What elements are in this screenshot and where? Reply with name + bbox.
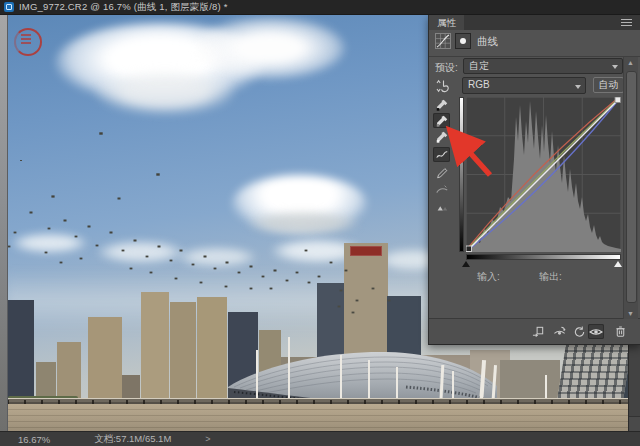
- input-gradient-bar: [466, 254, 621, 260]
- building: [170, 302, 196, 407]
- document-canvas[interactable]: 属性 曲线 预设: 自定: [0, 15, 640, 431]
- black-point-eyedropper[interactable]: [433, 97, 450, 112]
- panel-tab-bar: 属性: [429, 15, 640, 30]
- view-previous-state-icon[interactable]: [551, 324, 567, 339]
- status-expander-icon[interactable]: >: [205, 434, 210, 444]
- building: [197, 297, 227, 407]
- zoom-level-field[interactable]: 16.67%: [18, 434, 50, 445]
- shadow-input-slider[interactable]: [462, 261, 470, 267]
- targeted-adjustment-icon[interactable]: [433, 77, 451, 95]
- panel-scrollbar-thumb[interactable]: [626, 71, 637, 303]
- auto-button[interactable]: 自动: [593, 77, 624, 93]
- building: [88, 317, 122, 407]
- tab-properties-label: 属性: [437, 17, 456, 28]
- preset-label: 预设:: [435, 61, 458, 75]
- cloud: [248, 211, 358, 235]
- delete-trash-icon[interactable]: [612, 324, 628, 339]
- document-size-info: 文档:57.1M/65.1M: [94, 433, 171, 446]
- smooth-curve-tool[interactable]: [433, 182, 450, 197]
- photoshop-window: IMG_9772.CR2 @ 16.7% (曲线 1, 图层蒙版/8) *: [0, 0, 640, 446]
- building: [141, 292, 169, 407]
- cloud: [178, 247, 256, 267]
- red-annotation-arrow: [438, 120, 502, 184]
- canvas-left-edge: [0, 15, 8, 431]
- plaza-pavement: [7, 404, 628, 431]
- channel-value: RGB: [468, 79, 490, 90]
- document-title: IMG_9772.CR2 @ 16.7% (曲线 1, 图层蒙版/8) *: [19, 1, 228, 14]
- panel-footer: [429, 318, 640, 344]
- divider: [429, 56, 640, 57]
- preset-value: 自定: [469, 60, 489, 71]
- panel-scrollbar[interactable]: ▲ ▼: [623, 57, 638, 319]
- cloud: [98, 241, 183, 263]
- clip-to-layer-icon[interactable]: [530, 324, 546, 339]
- cloud: [12, 233, 87, 253]
- chevron-down-icon: [612, 65, 618, 69]
- tab-properties[interactable]: 属性: [429, 15, 464, 30]
- title-bar: IMG_9772.CR2 @ 16.7% (曲线 1, 图层蒙版/8) *: [0, 0, 640, 15]
- preset-dropdown[interactable]: 自定: [463, 58, 623, 74]
- scrollbar-corner: [629, 416, 640, 431]
- curve-node-shadow: [466, 246, 472, 252]
- flag-pole: [288, 337, 290, 407]
- panel-menu-icon[interactable]: [621, 19, 632, 27]
- adjustment-title: 曲线: [477, 35, 498, 49]
- auto-button-label: 自动: [599, 79, 619, 90]
- red-sign: [350, 246, 382, 256]
- clipping-warning-icon[interactable]: [433, 199, 450, 214]
- watermark-seal: [14, 26, 40, 56]
- visibility-eye-icon[interactable]: [588, 324, 604, 339]
- channel-dropdown[interactable]: RGB: [462, 77, 586, 94]
- output-label: 输出:: [539, 270, 562, 284]
- chevron-down-icon: [575, 85, 581, 89]
- scroll-down-icon[interactable]: ▼: [627, 310, 634, 317]
- highlight-input-slider[interactable]: [614, 261, 622, 267]
- layer-mask-icon[interactable]: [455, 33, 471, 49]
- building: [8, 300, 34, 406]
- curves-adjustment-icon: [435, 33, 451, 49]
- input-label: 输入:: [477, 270, 500, 284]
- panel-header: 曲线: [429, 31, 640, 55]
- cloud: [95, 70, 235, 115]
- watermark-characters: [21, 34, 31, 46]
- flag-pole: [256, 350, 258, 405]
- status-bar: 16.67% 文档:57.1M/65.1M >: [0, 431, 640, 446]
- photoshop-file-icon: [4, 2, 14, 12]
- curve-node-highlight: [615, 97, 621, 103]
- cloud: [195, 17, 345, 79]
- reset-icon[interactable]: [571, 324, 587, 339]
- tilted-facade-building: [556, 336, 628, 407]
- scroll-up-icon[interactable]: ▲: [627, 59, 634, 66]
